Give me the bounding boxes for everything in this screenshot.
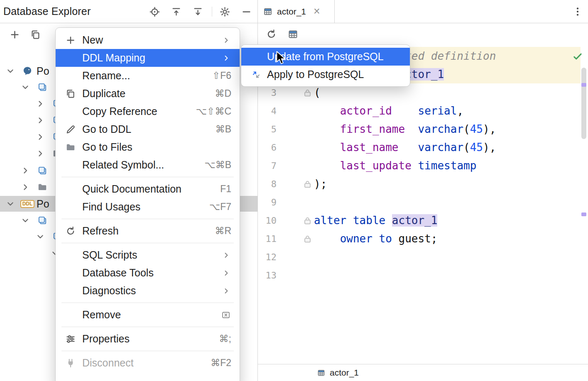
code-text: last_update timestamp	[314, 156, 476, 175]
code-text: );	[314, 175, 327, 193]
code-line-8[interactable]: 8);	[258, 175, 588, 193]
menu-item-sql-scripts[interactable]: SQL Scripts	[56, 246, 240, 264]
menu-item-label: Rename...	[82, 70, 130, 82]
code-line-12[interactable]: 12	[258, 248, 588, 266]
menu-item-label: New	[82, 34, 103, 46]
submenu-item-update-from-postgresql[interactable]: Update from PostgreSQL	[241, 48, 410, 66]
table-icon	[263, 7, 273, 17]
code-line-6[interactable]: 6 last_name varchar(45),	[258, 138, 588, 156]
menu-item-label: Duplicate	[82, 88, 125, 100]
menu-item-go-to-ddl[interactable]: Go to DDL⌘B	[56, 120, 240, 138]
lock-icon	[303, 234, 312, 243]
duplicate-connection-icon[interactable]	[28, 27, 42, 42]
line-number: 13	[258, 266, 277, 284]
chevron-down-icon[interactable]	[6, 67, 15, 75]
code-line-4[interactable]: 4 actor_id serial,	[258, 102, 588, 120]
menu-item-related-symbol[interactable]: Related Symbol...⌥⌘B	[56, 156, 240, 174]
scrollbar-mark[interactable]	[581, 212, 586, 216]
submenu-item-apply-to-postgresql[interactable]: Apply to PostgreSQL	[241, 66, 410, 83]
expand-all-icon[interactable]	[191, 5, 205, 19]
menu-item-ddl-mapping[interactable]: DDL Mapping	[56, 49, 240, 67]
menu-item-shortcut: ⌘F2	[211, 357, 231, 369]
code-line-13[interactable]: 13	[258, 266, 588, 284]
toolbar-separator	[212, 7, 212, 17]
menu-item-disconnect[interactable]: Disconnect⌘F2	[56, 354, 240, 372]
menu-item-shortcut: ⌘D	[215, 88, 231, 99]
submenu-arrow-icon	[222, 54, 231, 63]
menu-item-icon-slot	[64, 285, 77, 297]
code-text: actor_id serial,	[314, 102, 463, 120]
menu-item-label: Go to Files	[82, 141, 132, 153]
settings-gear-icon[interactable]	[218, 5, 232, 19]
menu-item-diagnostics[interactable]: Diagnostics	[56, 282, 240, 300]
inspections-ok-icon[interactable]	[572, 51, 583, 62]
schema-icon	[37, 215, 48, 226]
chevron-down-icon[interactable]	[21, 216, 29, 225]
table-icon	[317, 369, 326, 377]
menu-item-rename[interactable]: Rename...⇧F6	[56, 67, 240, 85]
status-table-name: actor_1	[330, 368, 359, 378]
chevron-right-icon[interactable]	[36, 149, 44, 158]
tree-row-label: Po	[37, 196, 49, 212]
chevron-down-icon[interactable]	[21, 83, 29, 91]
code-line-11[interactable]: 11 owner to guest;	[258, 230, 588, 248]
menu-item-quick-documentation[interactable]: Quick DocumentationF1	[56, 180, 240, 198]
menu-item-find-usages[interactable]: Find Usages⌥F7	[56, 198, 240, 216]
scrollbar-thumb[interactable]	[581, 68, 586, 139]
menu-item-right: ⌘;	[219, 333, 231, 344]
locate-target-icon[interactable]	[147, 5, 162, 19]
menu-item-icon-slot	[64, 105, 77, 118]
app-window: Database Explorer actor_1 × PoDDLPo 1-- …	[0, 0, 588, 381]
refresh-icon	[64, 225, 77, 237]
code-line-9[interactable]: 9	[258, 193, 588, 211]
menu-item-new[interactable]: New	[56, 31, 240, 49]
chevron-down-icon[interactable]	[36, 232, 44, 241]
close-icon[interactable]: ×	[313, 6, 321, 17]
chevron-right-icon[interactable]	[36, 133, 44, 141]
add-plus-icon[interactable]	[7, 27, 22, 42]
menu-separator	[61, 219, 234, 219]
menu-item-label: Database Tools	[82, 267, 154, 279]
menu-item-icon-slot	[64, 159, 77, 171]
folder-icon	[37, 181, 48, 193]
menu-item-right: ⌘F2	[211, 357, 231, 369]
line-number: 5	[258, 120, 277, 138]
code-line-10[interactable]: 10alter table actor_1	[258, 211, 588, 230]
code-line-5[interactable]: 5 first_name varchar(45),	[258, 120, 588, 138]
context-menu: NewDDL MappingRename...⇧F6Duplicate⌘DCop…	[55, 27, 240, 381]
menu-item-shortcut: ⌥⌘B	[204, 159, 231, 171]
submenu-arrow-icon	[222, 251, 231, 260]
menu-item-icon-slot	[64, 70, 77, 82]
menu-item-label: Remove	[82, 309, 121, 321]
hide-panel-icon[interactable]	[239, 5, 253, 19]
editor-tab-actor-1[interactable]: actor_1 ×	[257, 0, 335, 23]
menu-item-right	[222, 269, 231, 278]
menu-separator	[61, 351, 234, 351]
line-number: 4	[258, 102, 277, 120]
line-number: 10	[258, 211, 277, 230]
properties-icon	[64, 333, 77, 345]
chevron-right-icon[interactable]	[21, 166, 29, 175]
chevron-down-icon[interactable]	[6, 200, 15, 208]
menu-item-label: Go to DDL	[82, 123, 131, 135]
menu-item-duplicate[interactable]: Duplicate⌘D	[56, 85, 240, 103]
more-options-icon[interactable]	[571, 5, 585, 19]
menu-item-go-to-files[interactable]: Go to Files	[56, 138, 240, 156]
code-text: alter table actor_1	[314, 211, 437, 230]
menu-item-icon-slot	[64, 309, 77, 321]
menu-item-icon-slot	[64, 267, 77, 279]
code-line-7[interactable]: 7 last_update timestamp	[258, 156, 588, 175]
chevron-right-icon[interactable]	[36, 100, 44, 108]
scrollbar-mark[interactable]	[581, 83, 586, 87]
menu-item-remove[interactable]: Remove	[56, 306, 240, 324]
chevron-right-icon[interactable]	[21, 183, 29, 191]
chevron-right-icon[interactable]	[36, 116, 44, 125]
menu-item-copy-reference[interactable]: Copy Reference⌥⇧⌘C	[56, 103, 240, 120]
menu-item-right: ⌘R	[215, 225, 231, 237]
menu-item-refresh[interactable]: Refresh⌘R	[56, 222, 240, 240]
collapse-all-icon[interactable]	[169, 5, 183, 19]
menu-item-shortcut: F1	[220, 183, 231, 195]
menu-item-database-tools[interactable]: Database Tools	[56, 264, 240, 282]
toolwindow-title: Database Explorer	[3, 0, 91, 23]
menu-item-properties[interactable]: Properties⌘;	[56, 330, 240, 348]
